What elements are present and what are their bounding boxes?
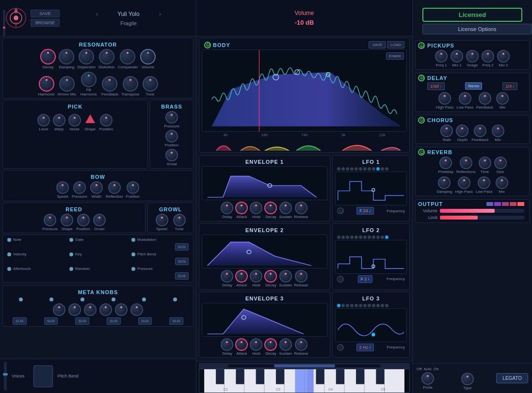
- body-power-button[interactable]: ⏻: [204, 42, 211, 48]
- resonator-fbharmonic-knob[interactable]: FB Harmonic: [79, 72, 98, 97]
- legato-button[interactable]: LEGATO: [496, 373, 528, 383]
- sus-3-button[interactable]: SUS: [175, 272, 189, 280]
- lfo-2-power-button[interactable]: ⏻: [337, 276, 344, 283]
- pick-shape-knob[interactable]: Shape: [84, 111, 97, 132]
- reverb-damping-knob[interactable]: Damping: [436, 176, 452, 194]
- reverb-lowpass-knob[interactable]: Low Pass: [476, 176, 493, 194]
- mod-key-toggle[interactable]: Key: [69, 252, 127, 256]
- meta-led-3[interactable]: [81, 298, 84, 301]
- delay-feedback-knob[interactable]: Feedback: [476, 92, 493, 110]
- pickups-image-knob[interactable]: Image: [466, 50, 479, 68]
- env1-hold-knob[interactable]: Hold: [250, 202, 262, 220]
- env2-sustain-knob[interactable]: Sustain: [279, 270, 292, 288]
- env2-decay-knob[interactable]: Decay: [264, 270, 277, 288]
- bow-speed-knob[interactable]: Speed: [56, 181, 69, 199]
- lfo-1-power-button[interactable]: ⏻: [337, 207, 344, 214]
- save-button[interactable]: SAVE: [31, 10, 60, 17]
- resonator-dispersion-knob[interactable]: Dispersion: [77, 49, 96, 70]
- reverb-size-knob[interactable]: Size: [494, 157, 507, 174]
- pick-noise-knob[interactable]: Noise: [68, 114, 81, 132]
- resonator-compander-knob[interactable]: Compander: [118, 49, 137, 70]
- mod-velocity-toggle[interactable]: Velocity: [7, 252, 64, 256]
- env1-attack-knob[interactable]: Attack: [235, 202, 248, 220]
- resonator-damping-knob[interactable]: Damping: [59, 49, 74, 70]
- pick-level-knob[interactable]: Level: [37, 114, 50, 132]
- env2-hold-knob[interactable]: Hold: [250, 270, 262, 288]
- reverb-highpass-knob[interactable]: High Pass: [455, 176, 472, 194]
- mod-pitchbend-toggle[interactable]: Pitch Bend: [131, 252, 189, 256]
- resonator-harmonic-knob[interactable]: Harmonic: [38, 76, 54, 97]
- chorus-rate-knob[interactable]: Rate: [440, 125, 453, 142]
- resonator-volume-knob[interactable]: Volume: [140, 49, 156, 70]
- env3-hold-knob[interactable]: Hold: [250, 338, 262, 356]
- chorus-depth-knob[interactable]: Depth: [456, 125, 468, 142]
- env1-release-knob[interactable]: Release: [294, 202, 308, 220]
- env3-sustain-knob[interactable]: Sustain: [279, 338, 292, 356]
- env1-sustain-knob[interactable]: Sustain: [279, 202, 292, 220]
- env1-decay-knob[interactable]: Decay: [264, 202, 277, 220]
- meta-led-1[interactable]: [19, 298, 23, 301]
- brass-pressure-knob[interactable]: Pressure: [164, 111, 179, 129]
- meta-led-5[interactable]: [142, 298, 146, 301]
- pickups-mix1-knob[interactable]: Mix 1: [451, 50, 463, 68]
- meta-sus-5[interactable]: SUS: [138, 317, 152, 325]
- meta-sus-3[interactable]: SUS: [75, 317, 89, 325]
- body-save-button[interactable]: SAVE: [369, 41, 386, 48]
- pitch-bend-slider[interactable]: [33, 365, 53, 387]
- lfo-3-power-button[interactable]: ⏻: [337, 344, 344, 351]
- pick-warp-knob[interactable]: Warp: [53, 114, 65, 132]
- reed-position-knob[interactable]: Position: [76, 214, 90, 232]
- sus-1-button[interactable]: SUS: [175, 243, 189, 251]
- resonator-hrmnxmix-knob[interactable]: Hrmnx Mix: [58, 76, 76, 97]
- env2-attack-knob[interactable]: Attack: [235, 270, 248, 288]
- bow-width-knob[interactable]: Width: [90, 181, 103, 199]
- delay-lowpass-knob[interactable]: Low Pass: [456, 92, 473, 110]
- brass-position-knob[interactable]: Position: [165, 130, 178, 148]
- reed-growl-knob[interactable]: Growl: [93, 214, 106, 232]
- brass-growl-knob[interactable]: Growl: [165, 149, 178, 167]
- pickups-freq2-knob[interactable]: Freq 2: [482, 50, 494, 68]
- env3-attack-knob[interactable]: Attack: [235, 338, 248, 356]
- reverb-mix-knob[interactable]: Mix: [496, 176, 508, 194]
- reed-shape-knob[interactable]: Shape: [61, 214, 73, 232]
- growl-speed-knob[interactable]: Speed: [156, 214, 168, 232]
- meta-led-6[interactable]: [173, 298, 177, 301]
- mod-note-toggle[interactable]: Note: [7, 237, 64, 242]
- env3-release-knob[interactable]: Release: [294, 338, 308, 356]
- limit-bar[interactable]: [440, 216, 524, 220]
- resonator-tune-knob[interactable]: Tune: [143, 76, 158, 97]
- bow-pressure-knob[interactable]: Pressure: [72, 181, 87, 199]
- meta-knob-5[interactable]: [115, 303, 128, 316]
- pick-position-knob[interactable]: Position: [99, 114, 113, 132]
- env2-release-knob[interactable]: Release: [294, 270, 308, 288]
- chorus-mix-knob[interactable]: Mix: [492, 125, 504, 142]
- meta-sus-6[interactable]: SUS: [169, 317, 183, 325]
- reed-pressure-knob[interactable]: Pressure: [42, 214, 58, 232]
- resonator-feedback-knob[interactable]: Feedback: [101, 76, 118, 97]
- body-load-button[interactable]: LOAD: [387, 41, 404, 48]
- meta-knob-3[interactable]: [84, 303, 97, 316]
- resonator-transpose-knob[interactable]: Transpose: [121, 76, 140, 97]
- delay-mix-knob[interactable]: Mix: [496, 92, 509, 110]
- type-knob[interactable]: Type: [461, 373, 474, 391]
- next-preset-button[interactable]: ›: [157, 10, 163, 18]
- delay-power-button[interactable]: ⏻: [418, 75, 425, 81]
- meta-sus-2[interactable]: SUS: [44, 317, 58, 325]
- sus-2-button[interactable]: SUS: [175, 258, 189, 265]
- pickups-power-button[interactable]: ⏻: [418, 42, 425, 49]
- mod-random-toggle[interactable]: Random: [69, 267, 127, 271]
- voices-slider[interactable]: [4, 362, 7, 391]
- bow-reflection-knob[interactable]: Reflection: [106, 181, 123, 199]
- license-options-button[interactable]: License Options: [422, 24, 532, 34]
- growl-tune-knob[interactable]: Tune: [173, 214, 186, 232]
- env3-delay-knob[interactable]: Delay: [221, 338, 233, 356]
- prev-preset-button[interactable]: ‹: [94, 10, 100, 18]
- meta-knob-1[interactable]: [53, 303, 65, 316]
- env2-delay-knob[interactable]: Delay: [221, 270, 233, 288]
- meta-led-4[interactable]: [112, 298, 115, 301]
- env1-delay-knob[interactable]: Delay: [221, 202, 233, 220]
- reverb-predelay-knob[interactable]: Predelay: [438, 157, 453, 174]
- porta-knob[interactable]: Porta: [417, 372, 439, 390]
- volume-bar[interactable]: [440, 209, 524, 213]
- resonator-decay-knob[interactable]: Decay: [40, 49, 56, 70]
